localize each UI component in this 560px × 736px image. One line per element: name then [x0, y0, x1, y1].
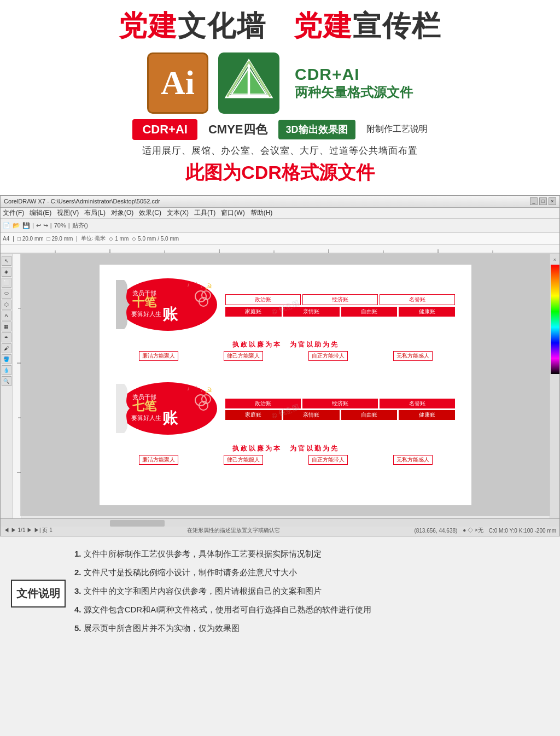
tag-cmye: CMYE四色	[208, 121, 267, 138]
menu-effects[interactable]: 效果(C)	[139, 208, 161, 218]
tool-paint[interactable]: 🪣	[2, 354, 11, 364]
account-tag-6: 自由账	[341, 307, 398, 317]
tool-shape[interactable]: ⬜	[2, 278, 11, 288]
minimize-button[interactable]: _	[530, 197, 538, 205]
menu-tools[interactable]: 工具(T)	[194, 208, 215, 218]
account-tag-4: 家庭账	[225, 307, 282, 317]
design-1-row: 党员干部 十笔 要算好人生 账 ♪ ♪ ♪	[116, 274, 455, 337]
cdr-sub-toolbar: A4 | □ 20.0 mm □ 29.0 mm | 单位: 毫米 ◇ 1 mm…	[1, 233, 559, 245]
cdr-logo	[218, 52, 279, 114]
accounts-row2-c: 家庭账 亲情账 自由账 健康账	[225, 410, 455, 420]
ruler-h-svg	[1, 245, 559, 254]
toolbar-open[interactable]: 📂	[13, 222, 20, 229]
toolbar-redo[interactable]: ↪	[43, 222, 48, 229]
design-2-wave: 党员干部 七笔 要算好人生 账 ♪ ♪ ♪ ☭	[116, 378, 220, 439]
account-tag-3: 名誉账	[380, 294, 455, 305]
design-1-wave: 党员干部 十笔 要算好人生 账 ♪ ♪ ♪	[116, 274, 220, 335]
account-c-3: 名誉账	[380, 399, 455, 408]
toolbar-zoom: 70%	[54, 222, 66, 229]
sub-motto-2-1: 廉洁方能聚人	[139, 455, 178, 465]
unit: 单位: 毫米	[81, 235, 106, 242]
cdr-toolbox: ↖ ◈ ⬜ ⬭ ⬡ A ▦ ✒ 🖌 🪣 💧 🔍	[1, 254, 13, 518]
tool-table[interactable]: ▦	[2, 322, 11, 331]
tool-select[interactable]: ↖	[2, 256, 11, 266]
svg-text:☭: ☭	[205, 386, 212, 395]
cdr-toolbar: 📄 📂 💾 | ↩ ↪ | 70% | 贴齐()	[1, 219, 559, 233]
toolbar-new[interactable]: 📄	[3, 222, 10, 229]
design-2-motto: 执政以廉为本 为官以勤为先 廉洁方能聚人 律己方能服人 自正方能带人 无私方能感…	[116, 444, 455, 465]
toolbar-save[interactable]: 💾	[22, 222, 30, 229]
svg-text:账: 账	[162, 306, 179, 323]
cdr-page-white: 党员干部 十笔 要算好人生 账 ♪ ♪ ♪	[100, 265, 471, 505]
cdr-window: CorelDRAW X7 - C:\Users\Administrator\De…	[0, 195, 560, 536]
tool-poly[interactable]: ⬡	[2, 300, 11, 309]
design-card-2: 党员干部 七笔 要算好人生 账 ♪ ♪ ♪ ☭	[110, 374, 460, 469]
menu-window[interactable]: 窗口(W)	[221, 208, 244, 218]
menu-view[interactable]: 视图(V)	[57, 208, 79, 218]
description: 适用展厅、展馆、办公室、会议室、大厅、过道等公共墙面布置	[11, 144, 549, 157]
design-card-1: 党员干部 十笔 要算好人生 账 ♪ ♪ ♪	[110, 270, 460, 365]
tool-node[interactable]: ◈	[2, 267, 11, 277]
design-1-right: 政治账 经济账 名誉账 家庭账 亲情账 自由账 健康账	[225, 294, 455, 317]
tool-ellipse[interactable]: ⬭	[2, 289, 11, 299]
toolbar-undo[interactable]: ↩	[36, 222, 41, 229]
page-nav: ◀ ▶ 1/1 ▶ ▶| 页 1	[4, 527, 52, 534]
motto-2: 执政以廉为本 为官以勤为先	[116, 444, 455, 453]
tool-zoom[interactable]: 🔍	[2, 376, 11, 386]
format-text: CDR+AI 两种矢量格式源文件	[295, 65, 413, 101]
sub-motto-1-4: 无私方能感人	[393, 351, 433, 361]
tag-note: 附制作工艺说明	[366, 124, 428, 135]
menu-layout[interactable]: 布局(L)	[84, 208, 106, 218]
color-values: C:0 M:0 Y:0 K:100 -200 mm	[489, 528, 556, 534]
menu-edit[interactable]: 编辑(E)	[30, 208, 51, 218]
svg-text:十笔: 十笔	[132, 295, 157, 309]
toolbar-snap[interactable]: 贴齐()	[72, 221, 88, 230]
format-line1: CDR+AI	[295, 65, 413, 84]
cdr-body: ↖ ◈ ⬜ ⬭ ⬡ A ▦ ✒ 🖌 🪣 💧 🔍	[1, 254, 559, 518]
notes-section: 文件说明 文件中所标制作工艺仅供参考，具体制作工艺要根据实际情况制定 文件尺寸是…	[0, 536, 560, 651]
design-2-right: 政治账 经济账 名誉账 家庭账 亲情账 自由账 健康账	[225, 399, 455, 420]
cdr-source-title: 此图为CDR格式源文件	[11, 160, 549, 185]
notes-list: 文件中所标制作工艺仅供参考，具体制作工艺要根据实际情况制定 文件尺寸是投稿比例缩…	[74, 547, 544, 640]
grid-val: ◇ 5.0 mm / 5.0 mm	[132, 236, 179, 242]
cdr-ruler-horizontal	[1, 245, 559, 254]
svg-text:七笔: 七笔	[132, 399, 157, 413]
svg-rect-47	[110, 520, 165, 527]
window-title: CorelDRAW X7 - C:\Users\Administrator\De…	[4, 198, 530, 205]
maximize-button[interactable]: □	[539, 197, 547, 205]
sub-motto-2-3: 自正方能带人	[308, 455, 348, 465]
width-val: □ 20.0 mm	[18, 236, 44, 242]
tool-eyedrop[interactable]: 💧	[2, 365, 11, 375]
menu-text[interactable]: 文本(X)	[167, 208, 189, 218]
motto-1: 执政以廉为本 为官以助为先	[116, 340, 455, 349]
scroll-bar-horizontal[interactable]	[1, 518, 559, 525]
sub-mottos-1: 廉洁方能聚人 律己方能聚人 自正方能带人 无私方能感人	[116, 351, 455, 361]
account-c-2: 经济账	[302, 399, 378, 408]
tags-row: CDR+AI CMYE四色 3D输出效果图 附制作工艺说明	[11, 119, 549, 140]
tool-text[interactable]: A	[2, 311, 11, 320]
menu-object[interactable]: 对象(O)	[111, 208, 133, 218]
color-mode: ● ◇ ×无	[463, 527, 483, 534]
toolbar-sep2: |	[50, 222, 52, 229]
design-1-left: 党员干部 十笔 要算好人生 账 ♪ ♪ ♪	[116, 274, 220, 337]
svg-rect-5	[1, 245, 559, 254]
ai-label: Ai	[161, 63, 195, 102]
menu-help[interactable]: 帮助(H)	[250, 208, 273, 218]
design-2-row: 党员干部 七笔 要算好人生 账 ♪ ♪ ♪ ☭	[116, 378, 455, 441]
toolbar-sep3: |	[68, 222, 70, 229]
svg-text:♪: ♪	[201, 389, 203, 393]
close-button[interactable]: ×	[549, 197, 556, 205]
design-2-left: 党员干部 七笔 要算好人生 账 ♪ ♪ ♪ ☭	[116, 378, 220, 441]
accounts-row1: 政治账 经济账 名誉账	[225, 294, 455, 305]
note-item-2: 文件尺寸是投稿比例缩小设计，制作时请务必注意尺寸大小	[74, 566, 544, 579]
menu-file[interactable]: 文件(F)	[3, 208, 24, 218]
account-tag-2: 经济账	[302, 294, 378, 305]
note-item-1: 文件中所标制作工艺仅供参考，具体制作工艺要根据实际情况制定	[74, 547, 544, 560]
svg-text:♪: ♪	[201, 285, 203, 289]
tool-brush[interactable]: 🖌	[2, 343, 11, 353]
window-buttons: _ □ ×	[530, 197, 556, 205]
tool-pen[interactable]: ✒	[2, 332, 11, 342]
svg-text:要算好人生: 要算好人生	[131, 311, 161, 317]
svg-text:♪: ♪	[195, 384, 197, 389]
sub-motto-1-2: 律己方能聚人	[224, 351, 263, 361]
